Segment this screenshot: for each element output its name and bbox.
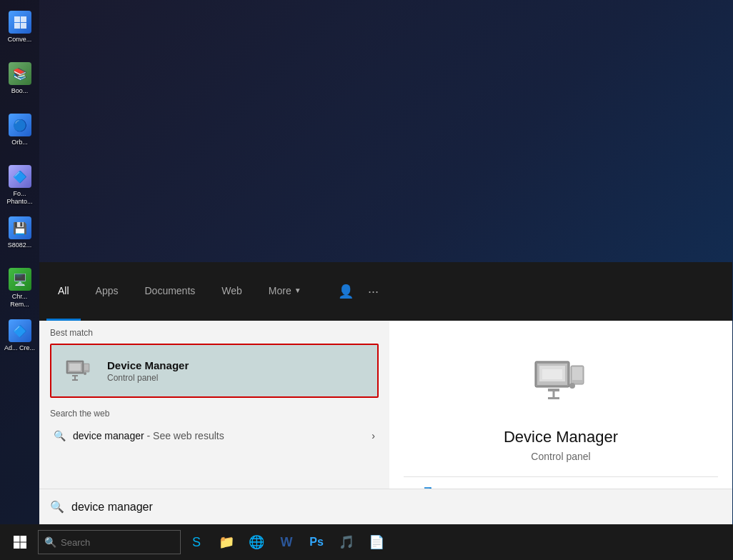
desktop-icon-1[interactable]: Conve... — [3, 7, 37, 57]
svg-rect-8 — [84, 364, 89, 370]
desktop-icon-5[interactable]: 💾 S8082... — [3, 213, 37, 263]
desktop-icon-4[interactable]: 🔷 Fo... Phanto... — [3, 161, 37, 211]
device-manager-large-icon — [532, 353, 589, 410]
svg-rect-22 — [542, 369, 562, 379]
taskbar-word-icon[interactable]: W — [272, 526, 301, 559]
search-web-section: Search the web 🔍 device manager - See we… — [39, 401, 389, 454]
taskbar-docs-icon[interactable]: 📄 — [362, 526, 391, 559]
search-right-topbar — [389, 262, 732, 321]
svg-rect-27 — [14, 543, 20, 549]
svg-rect-26 — [21, 536, 27, 542]
desktop-icons-column: Conve... 📚 Boo... 🔵 Orb... 🔷 Fo... Phant… — [0, 0, 39, 524]
tab-all[interactable]: All — [46, 262, 81, 321]
best-match-item[interactable]: Device Manager Control panel — [50, 344, 379, 398]
tab-documents[interactable]: Documents — [133, 262, 206, 321]
svg-rect-6 — [69, 364, 81, 371]
tab-apps[interactable]: Apps — [84, 262, 130, 321]
windows-logo-icon — [13, 535, 27, 549]
best-match-section: Best match — [39, 321, 389, 401]
search-overlay: All Apps Documents Web More ▼ 👤 ··· — [39, 262, 732, 524]
desktop-icon-img-3: 🔵 — [9, 114, 31, 136]
desktop-icon-3[interactable]: 🔵 Orb... — [3, 110, 37, 160]
svg-rect-28 — [21, 543, 27, 549]
desktop-icon-img-6: 🖥️ — [9, 268, 31, 291]
right-panel-app-type: Control panel — [531, 451, 590, 462]
search-panel-left: All Apps Documents Web More ▼ 👤 ··· — [39, 262, 389, 524]
search-tabs-right-icons: 👤 ··· — [334, 280, 382, 303]
taskbar-explorer-icon[interactable]: 📁 — [212, 526, 241, 559]
app-large-icon — [529, 349, 593, 414]
search-panel-right: Device Manager Control panel — [389, 262, 732, 524]
search-web-icon: 🔍 — [54, 430, 66, 441]
taskbar-search-icon: 🔍 — [44, 536, 56, 548]
desktop-icon-label-1: Conve... — [8, 36, 32, 44]
desktop-icon-label-7: Ad... Cre... — [4, 344, 35, 352]
ellipsis-icon[interactable]: ··· — [364, 281, 382, 303]
web-search-arrow-icon: › — [372, 430, 375, 441]
best-match-info: Device Manager Control panel — [107, 359, 366, 383]
web-search-item[interactable]: 🔍 device manager - See web results › — [50, 424, 379, 447]
taskbar-skype-icon[interactable]: S — [182, 526, 211, 559]
best-match-title: Device Manager — [107, 359, 366, 371]
taskbar: 🔍 S 📁 🌐 W Ps 🎵 📄 — [0, 524, 733, 560]
tab-more[interactable]: More ▼ — [257, 262, 313, 321]
svg-rect-17 — [572, 367, 582, 380]
device-manager-small-icon — [65, 356, 94, 385]
svg-rect-21 — [548, 397, 559, 399]
desktop-icon-6[interactable]: 🖥️ Chr... Rem... — [3, 264, 37, 314]
search-web-label: Search the web — [50, 409, 379, 419]
svg-rect-0 — [14, 16, 20, 22]
svg-rect-10 — [72, 375, 78, 376]
start-button[interactable] — [4, 526, 36, 559]
best-match-subtitle: Control panel — [107, 373, 366, 383]
desktop-icon-img-5: 💾 — [9, 216, 31, 239]
desktop-icon-img-7: 🔷 — [9, 319, 31, 342]
web-search-suffix: - See web results — [144, 430, 224, 441]
svg-rect-19 — [548, 389, 559, 391]
search-tabs-bar: All Apps Documents Web More ▼ 👤 ··· — [39, 262, 389, 321]
svg-rect-12 — [72, 379, 78, 381]
tab-web[interactable]: Web — [210, 262, 254, 321]
taskbar-search-input[interactable] — [61, 537, 161, 548]
search-bar-input[interactable] — [71, 501, 722, 514]
desktop-icon-2[interactable]: 📚 Boo... — [3, 59, 37, 109]
desktop-icon-label-2: Boo... — [11, 87, 29, 95]
best-match-label: Best match — [50, 328, 379, 338]
desktop-icon-img-2: 📚 — [9, 62, 31, 85]
taskbar-search-box[interactable]: 🔍 — [38, 530, 181, 554]
right-panel-app-name: Device Manager — [504, 428, 618, 446]
desktop-icon-7[interactable]: 🔷 Ad... Cre... — [3, 316, 37, 366]
user-icon[interactable]: 👤 — [334, 280, 357, 303]
desktop-icon-label-5: S8082... — [8, 241, 32, 249]
svg-rect-1 — [21, 16, 26, 22]
svg-rect-25 — [14, 536, 20, 542]
web-search-text: device manager - See web results — [73, 430, 364, 441]
desktop-icon-label-4: Fo... Phanto... — [4, 190, 36, 206]
best-match-icon — [62, 354, 96, 388]
taskbar-photoshop-icon[interactable]: Ps — [302, 526, 331, 559]
svg-rect-3 — [21, 23, 26, 29]
desktop-icon-label-6: Chr... Rem... — [4, 293, 36, 309]
desktop-icon-img-4: 🔷 — [9, 165, 31, 188]
desktop: Conve... 📚 Boo... 🔵 Orb... 🔷 Fo... Phant… — [0, 0, 733, 560]
search-bar-bottom: 🔍 — [39, 489, 732, 524]
taskbar-chrome-icon[interactable]: 🌐 — [242, 526, 271, 559]
search-bar-icon: 🔍 — [50, 500, 64, 514]
svg-point-18 — [569, 383, 575, 389]
svg-rect-2 — [14, 23, 20, 29]
desktop-icon-img-1 — [9, 11, 31, 34]
desktop-icon-label-3: Orb... — [11, 139, 28, 146]
more-arrow-icon: ▼ — [294, 286, 301, 294]
svg-point-9 — [84, 372, 86, 375]
web-search-query: device manager — [73, 430, 144, 441]
taskbar-itunes-icon[interactable]: 🎵 — [332, 526, 361, 559]
